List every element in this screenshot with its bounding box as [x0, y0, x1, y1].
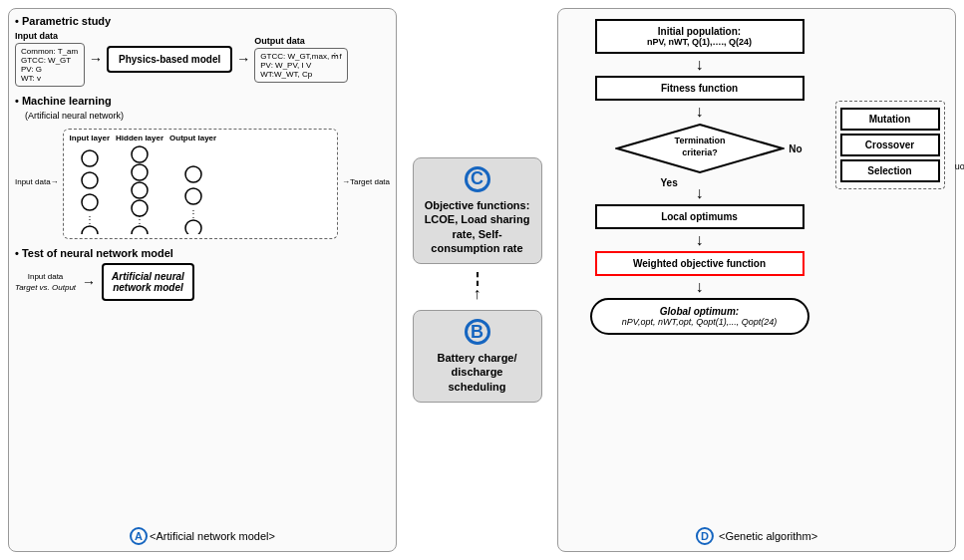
main-container: • Parametric study Input data Common: T_…	[0, 0, 964, 560]
obj-functions-box: C Objective functions: LCOE, Load sharin…	[413, 157, 542, 264]
middle-panel: C Objective functions: LCOE, Load sharin…	[405, 8, 549, 552]
initial-pop-vars: nPV, nWT, Q(1),…., Q(24)	[607, 37, 793, 47]
termination-container: Termination criteria? No Yes	[615, 123, 785, 174]
svg-point-12	[185, 188, 201, 204]
label-b-circle: B	[465, 319, 490, 345]
label-c-circle: C	[465, 166, 490, 192]
arrow-1: ↓	[696, 56, 704, 74]
test-flow: Input data Target vs. Output → Artificia…	[15, 263, 390, 301]
svg-text:Termination: Termination	[674, 136, 725, 145]
arrow-to-ann: →	[82, 274, 96, 290]
test-target-vs: Target vs. Output	[15, 283, 76, 292]
obj-title: Objective functions: LCOE, Load sharing …	[424, 198, 531, 255]
panel-d-label: D <Genetic algorithm>	[696, 527, 817, 545]
nn-input-data: Input data→	[15, 177, 59, 186]
svg-point-14	[185, 220, 201, 234]
parametric-title: • Parametric study	[15, 15, 390, 27]
svg-point-0	[82, 150, 98, 166]
global-optimum-box: Global optimum: nPV,opt, nWT,opt, Qopt(1…	[590, 298, 809, 335]
input-layer-label: Input layer	[70, 134, 110, 142]
arrow-5: ↓	[696, 278, 704, 296]
mcs-container: Mutation Crossover Selection Generation	[835, 101, 945, 189]
fitness-function-box: Fitness function	[595, 76, 804, 101]
test-input-label: Input data	[28, 272, 64, 281]
input-data-box: Common: T_am GTCC: W_GT PV: G WT: v	[15, 43, 85, 87]
svg-point-10	[132, 226, 148, 234]
svg-point-2	[82, 194, 98, 210]
svg-point-4	[82, 226, 98, 234]
mcs-sidebar: Mutation Crossover Selection Generation	[832, 17, 947, 519]
dashed-connector-middle	[477, 272, 479, 286]
input-label: Input data	[15, 31, 85, 41]
arrow-to-physics: →	[89, 51, 103, 67]
initial-pop-box: Initial population: nPV, nWT, Q(1),…., Q…	[595, 19, 804, 54]
svg-point-7	[132, 182, 148, 198]
test-title: • Test of neural network model	[15, 247, 390, 259]
output-label: Output data	[254, 36, 347, 46]
input-pv: PV: G	[21, 65, 79, 74]
right-inner: Initial population: nPV, nWT, Q(1),…., Q…	[566, 17, 947, 519]
svg-point-11	[185, 166, 201, 182]
bullet-parametric: •	[15, 15, 22, 27]
arrow-4: ↓	[696, 231, 704, 249]
output-data-box: GTCC: W_GT,max, ṁf PV: W_PV, I V WT:W_WT…	[254, 48, 347, 83]
output-layer-svg: ⋮	[179, 144, 207, 234]
label-a-circle: A	[130, 527, 148, 545]
output-gtcc: GTCC: W_GT,max, ṁf	[260, 52, 341, 61]
right-panel: Initial population: nPV, nWT, Q(1),…., Q…	[557, 8, 956, 552]
ml-title: • Machine learning	[15, 95, 390, 107]
label-d-circle: D	[696, 527, 714, 545]
panel-a-label: A<Artificial network model>	[130, 527, 275, 545]
ann-box: Artificial neural network model	[102, 263, 194, 301]
global-opt-line1: Global optimum:	[604, 306, 796, 317]
arrow-2: ↓	[696, 103, 704, 121]
input-common: Common: T_am	[21, 47, 79, 56]
ml-section: • Machine learning (Artificial neural ne…	[15, 95, 390, 239]
hidden-layer-label: Hidden layer	[116, 134, 163, 142]
svg-point-6	[132, 164, 148, 180]
output-wt: WT:W_WT, Cp	[260, 70, 341, 79]
crossover-box: Crossover	[840, 134, 940, 156]
parametric-section: • Parametric study Input data Common: T_…	[15, 15, 390, 87]
battery-box: B Battery charge/ discharge scheduling	[413, 310, 542, 403]
svg-text:⋮: ⋮	[188, 208, 198, 219]
param-flow: Input data Common: T_am GTCC: W_GT PV: G…	[15, 31, 390, 87]
physics-box: Physics-based model	[107, 46, 232, 73]
global-opt-line2: nPV,opt, nWT,opt, Qopt(1),..., Qopt(24)	[604, 317, 796, 327]
svg-point-5	[132, 146, 148, 162]
svg-text:⋮: ⋮	[85, 214, 95, 225]
initial-pop-label: Initial population:	[607, 26, 793, 37]
input-wt: WT: v	[21, 74, 79, 83]
input-layer-svg: ⋮	[76, 144, 104, 234]
right-flow: Initial population: nPV, nWT, Q(1),…., Q…	[566, 17, 832, 519]
output-layer-label: Output layer	[169, 134, 216, 142]
arrow-up-mid: ↑	[474, 286, 482, 302]
arrow-3: ↓	[696, 184, 704, 202]
generation-label: Generation	[954, 162, 964, 172]
mutation-box: Mutation	[840, 108, 940, 131]
no-label: No	[789, 143, 802, 154]
svg-text:criteria?: criteria?	[682, 147, 718, 157]
nn-diagram: Input layer ⋮ Hidden layer	[63, 129, 338, 239]
input-gtcc: GTCC: W_GT	[21, 56, 79, 65]
output-pv: PV: W_PV, I V	[260, 61, 341, 70]
left-panel: • Parametric study Input data Common: T_…	[8, 8, 397, 552]
weighted-obj-box: Weighted objective function	[595, 251, 804, 276]
termination-diamond: Termination criteria?	[615, 123, 785, 174]
arrow-from-physics: →	[236, 51, 250, 67]
test-section: • Test of neural network model Input dat…	[15, 247, 390, 301]
svg-text:⋮: ⋮	[135, 214, 145, 225]
svg-point-1	[82, 172, 98, 188]
selection-box: Selection	[840, 159, 940, 182]
yes-label: Yes	[661, 177, 678, 188]
ml-subtitle: (Artificial neural network)	[25, 111, 390, 121]
nn-target-data: →Target data	[342, 177, 390, 186]
hidden-layer-svg: ⋮	[126, 144, 154, 234]
battery-title: Battery charge/ discharge scheduling	[424, 351, 531, 394]
local-optimums-box: Local optimums	[595, 204, 804, 229]
